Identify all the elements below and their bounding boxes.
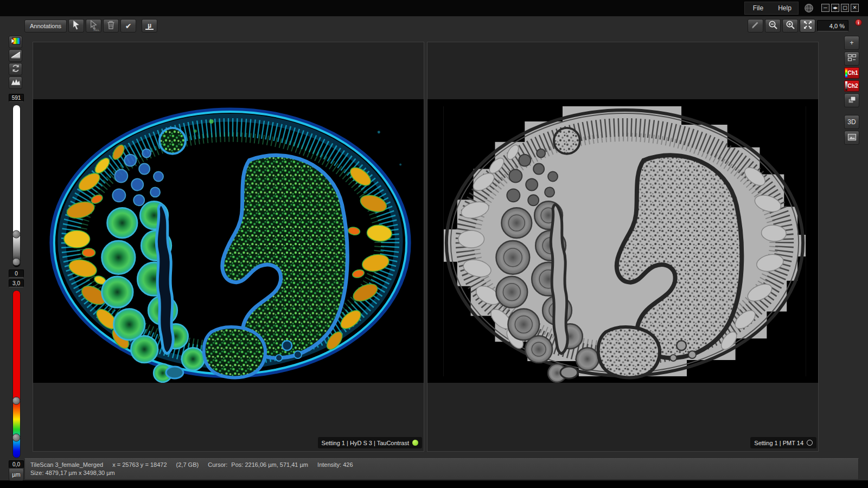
overlay-button[interactable] [844,93,859,107]
annotation-toolbar: Annotations ALL ✔ µ [24,19,157,33]
left-caption-pill: Setting 1 | HyD S 3 | TauContrast [318,437,422,448]
maximize-button[interactable]: ▢ [841,4,849,12]
zoom-out-icon [768,20,778,32]
channel-ch1-button[interactable]: Ch1 [844,67,859,79]
select-tool-button[interactable] [68,19,84,33]
contrast-button[interactable] [9,49,22,62]
ch1-lut-stripe [845,68,847,78]
menu-help[interactable]: Help [771,2,798,14]
dorsal-organ [159,128,186,154]
delete-annotation-button[interactable] [103,19,119,33]
ch2-label: Ch2 [848,83,858,89]
zoom-out-button[interactable] [765,19,781,33]
view-tabs-sidebar: + Ch1 Ch2 3D [844,36,860,145]
histogram-button[interactable] [9,76,22,89]
dorsal-organ [554,128,580,154]
cursor-icon [72,20,81,32]
viewer-panel-left: Setting 1 | HyD S 3 | TauContrast [33,42,424,452]
intensity-value: Intensity: 426 [317,461,353,468]
status-line-1: TileScan 3_female_Merged x = 25763 y = 1… [30,461,853,469]
viewer-panel-right: Setting 1 | PMT 14 [427,42,819,452]
size-info: Size: 4879,17 µm x 3498,30 µm [30,470,115,476]
left-caption: Setting 1 | HyD S 3 | TauContrast [322,440,409,446]
circular-arrows-icon [11,64,20,75]
menu-bar: File Help [744,2,799,15]
zoom-level-input[interactable] [817,20,848,31]
contrast-icon [11,51,21,61]
inactive-indicator-icon[interactable] [807,440,813,446]
intensity-slider-lower-thumb[interactable] [12,258,21,266]
add-view-button[interactable]: + [844,36,859,50]
micron-scale-icon: µ [145,22,154,30]
restore-button[interactable]: ◂▸ [831,4,839,12]
cursor-position: Pos: 2216,06 µm, 571,41 µm [231,461,308,468]
check-icon: ✔ [125,22,132,30]
close-button[interactable]: ✕ [851,4,859,12]
select-all-tool-button[interactable]: ALL [86,19,101,33]
layers-icon [847,95,857,106]
histogram-icon [11,78,21,88]
zoom-in-icon [786,20,795,32]
fit-to-screen-button[interactable] [800,19,815,33]
zoom-in-button[interactable] [782,19,798,33]
lut-icon [11,37,21,47]
view-toolbar [748,19,848,33]
brightfield-image-area[interactable] [427,99,818,383]
small-gut-mass [203,327,265,377]
intensity-min-value[interactable]: 0 [9,269,24,278]
status-line-2: Size: 4879,17 µm x 3498,30 µm [30,469,853,477]
info-badge[interactable]: i [855,19,862,26]
unit-button[interactable]: µm [9,468,24,481]
scale-tool-button[interactable]: µ [142,19,157,33]
window-controls: ─ ◂▸ ▢ ✕ [821,4,859,12]
intensity-slider[interactable] [12,105,21,267]
cursor-label: Cursor: [208,461,227,468]
annotations-button[interactable]: Annotations [24,20,67,33]
fit-screen-icon [803,20,813,32]
line-tool-button[interactable] [748,19,763,33]
app-window: Annotations ALL ✔ µ [0,16,868,480]
lut-range-lower-thumb[interactable] [12,434,21,442]
pencil-icon [751,20,760,31]
grid-icon [847,54,857,63]
gallery-button[interactable] [844,131,859,145]
ch2-lut-stripe [845,81,847,91]
range-max-value[interactable]: 3,0 [9,279,24,287]
fluorescence-image-area[interactable] [33,99,424,383]
intensity-max-value[interactable]: 591 [9,94,24,102]
reset-view-button[interactable] [9,63,22,75]
image-icon [847,133,857,143]
intensity-slider-upper-thumb[interactable] [12,230,21,239]
active-indicator-icon[interactable] [412,440,418,446]
right-caption-pill: Setting 1 | PMT 14 [750,437,816,448]
lut-range-slider[interactable] [12,290,21,458]
small-gut-mass [598,327,659,377]
pixel-coordinates: x = 25763 y = 18472 [112,461,167,468]
file-size: (2,7 GB) [176,461,199,468]
select-all-label: ALL [93,28,99,31]
fluorescence-image[interactable] [33,99,424,383]
display-sidebar: 591 0 3,0 0,0 [9,36,24,468]
file-name: TileScan 3_female_Merged [30,461,103,468]
lut-range-upper-thumb[interactable] [12,397,21,405]
ch1-label: Ch1 [848,70,858,76]
globe-icon[interactable] [804,3,814,15]
title-bar: File Help ─ ◂▸ ▢ ✕ [0,0,868,16]
range-min-value[interactable]: 0,0 [9,460,24,468]
trash-icon [106,20,116,32]
channel-ch2-button[interactable]: Ch2 [844,80,859,92]
menu-file[interactable]: File [745,2,771,14]
brightfield-image[interactable] [427,99,818,383]
minimize-button[interactable]: ─ [821,4,829,12]
right-caption: Setting 1 | PMT 14 [754,440,803,446]
view-3d-button[interactable]: 3D [844,115,859,129]
layout-button[interactable] [844,52,859,66]
lut-button[interactable] [9,36,22,48]
apply-annotation-button[interactable]: ✔ [120,19,136,33]
status-bar: TileScan 3_female_Merged x = 25763 y = 1… [24,458,859,480]
